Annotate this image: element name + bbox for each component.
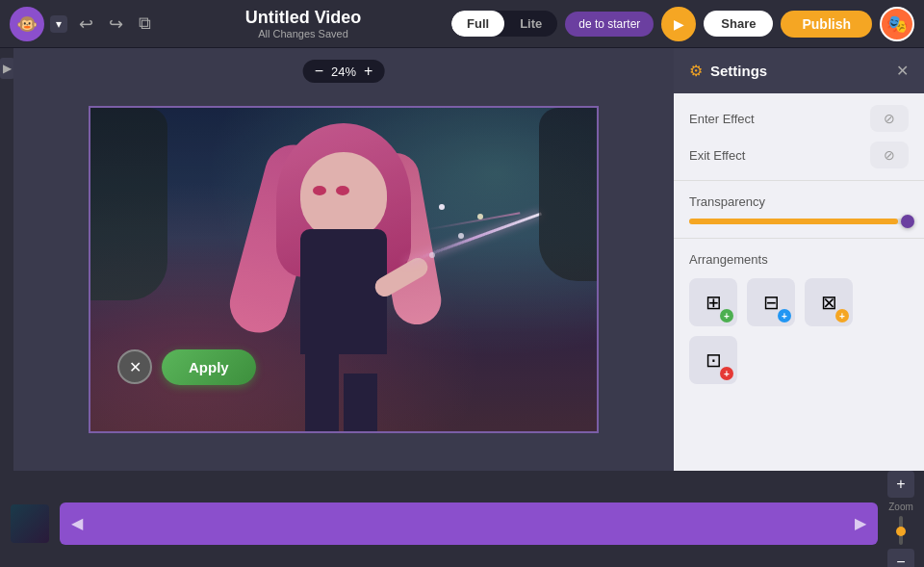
zoom-plus-button[interactable]: + xyxy=(887,471,914,498)
arrangement-item-1[interactable]: ⊞ + xyxy=(689,278,737,326)
track-right-button[interactable]: ▶ xyxy=(855,514,866,532)
play-button[interactable]: ▶ xyxy=(661,7,696,41)
thumbnail-image xyxy=(11,504,49,543)
settings-title: Settings xyxy=(710,63,767,79)
left-sidebar: ▶ xyxy=(0,48,13,471)
logo-area: 🐵 ▾ xyxy=(10,7,67,41)
action-overlay: ✕ Apply xyxy=(117,349,256,385)
undo-button[interactable]: ↩ xyxy=(75,10,97,39)
avatar[interactable]: 🎭 xyxy=(880,7,914,41)
save-status: All Changes Saved xyxy=(163,28,444,39)
arrangement-item-2[interactable]: ⊟ + xyxy=(747,278,795,326)
timeline-area: 10s 11s 12s 13s 14s 15s 16s 17s 18s 19s … xyxy=(0,471,924,567)
arrangement-item-4[interactable]: ⊡ + xyxy=(689,336,737,384)
purple-track[interactable]: ◀ ▶ xyxy=(60,503,878,545)
share-button[interactable]: Share xyxy=(704,11,773,37)
zoom-out-button[interactable]: − xyxy=(315,64,323,79)
exit-effect-label: Exit Effect xyxy=(689,148,745,163)
main-area: ▶ − 24% + xyxy=(0,48,924,471)
arrangement-badge-2: + xyxy=(778,309,791,322)
timeline-tracks: ◀ ▶ + Zoom − xyxy=(0,471,924,567)
zoom-control: − 24% + xyxy=(303,60,385,83)
zoom-minus-button[interactable]: − xyxy=(887,549,914,567)
settings-close-button[interactable]: ✕ xyxy=(896,62,909,80)
cancel-button[interactable]: ✕ xyxy=(117,349,152,384)
apply-button[interactable]: Apply xyxy=(162,349,256,385)
transparency-section: Transparency xyxy=(674,181,924,239)
copy-button[interactable]: ⧉ xyxy=(135,10,155,38)
enter-effect-label: Enter Effect xyxy=(689,112,755,126)
slider-thumb[interactable] xyxy=(901,215,914,228)
arrangements-section: Arrangements ⊞ + ⊟ + ⊠ + ⊡ + xyxy=(674,239,924,398)
enter-effect-icon: ⊘ xyxy=(884,111,895,126)
slider-fill xyxy=(689,219,898,224)
arrangements-label: Arrangements xyxy=(689,252,909,267)
canvas-content: ✕ Apply xyxy=(89,106,599,433)
enter-effect-value[interactable]: ⊘ xyxy=(870,105,909,132)
arrangement-badge-4: + xyxy=(720,367,733,380)
arrangement-badge-1: + xyxy=(720,309,733,322)
transparency-slider[interactable] xyxy=(689,219,909,224)
logo-dropdown[interactable]: ▾ xyxy=(50,15,67,33)
view-lite-button[interactable]: Lite xyxy=(504,11,557,37)
redo-button[interactable]: ↪ xyxy=(105,10,127,39)
arrangements-grid: ⊞ + ⊟ + ⊠ + ⊡ + xyxy=(689,278,909,384)
topbar: 🐵 ▾ ↩ ↪ ⧉ Untitled Video All Changes Sav… xyxy=(0,0,924,48)
exit-effect-row: Exit Effect ⊘ xyxy=(689,142,909,168)
settings-header: ⚙ Settings ✕ xyxy=(674,48,924,93)
right-controls: + Zoom − xyxy=(884,471,918,567)
zoom-in-button[interactable]: + xyxy=(364,64,372,79)
publish-button[interactable]: Publish xyxy=(781,11,872,38)
exit-effect-value[interactable]: ⊘ xyxy=(870,142,909,168)
track-left-button[interactable]: ◀ xyxy=(71,514,83,532)
gear-icon: ⚙ xyxy=(689,62,703,80)
zoom-slider[interactable] xyxy=(899,516,903,545)
title-area: Untitled Video All Changes Saved xyxy=(163,8,444,39)
zoom-value: 24% xyxy=(331,64,356,79)
video-title: Untitled Video xyxy=(163,8,444,28)
upgrade-button[interactable]: de to starter xyxy=(565,12,654,37)
arrangement-badge-3: + xyxy=(835,309,849,322)
zoom-slider-thumb xyxy=(896,527,906,536)
settings-panel: ⚙ Settings ✕ Enter Effect ⊘ Exit Effect … xyxy=(674,48,924,471)
exit-effect-icon: ⊘ xyxy=(884,147,895,163)
sidebar-expand-button[interactable]: ▶ xyxy=(0,58,14,79)
thumbnail-icon[interactable] xyxy=(11,504,49,543)
arrangement-item-3[interactable]: ⊠ + xyxy=(805,278,853,326)
settings-title-row: ⚙ Settings xyxy=(689,62,767,80)
transparency-label: Transparency xyxy=(689,194,909,209)
zoom-label-text: Zoom xyxy=(888,502,913,512)
effects-section: Enter Effect ⊘ Exit Effect ⊘ xyxy=(674,93,924,181)
logo-icon[interactable]: 🐵 xyxy=(10,7,44,41)
canvas-area: − 24% + xyxy=(13,48,674,471)
timeline-thumbnail xyxy=(6,504,54,543)
view-toggle: Full Lite xyxy=(451,11,557,37)
view-full-button[interactable]: Full xyxy=(451,11,504,37)
enter-effect-row: Enter Effect ⊘ xyxy=(689,105,909,132)
